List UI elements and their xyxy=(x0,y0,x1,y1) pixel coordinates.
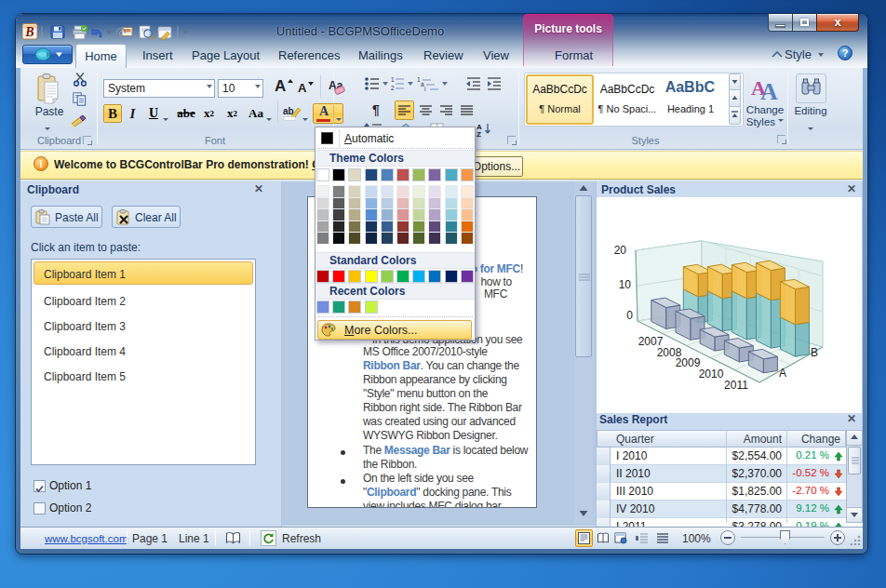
svg-text:2010: 2010 xyxy=(699,368,724,381)
svg-text:A: A xyxy=(779,367,786,380)
svg-text:B: B xyxy=(24,25,34,39)
svg-text:A: A xyxy=(760,78,778,101)
svg-text:i: i xyxy=(424,86,425,92)
svg-text:B: B xyxy=(811,346,818,359)
svg-text:Z: Z xyxy=(477,130,481,138)
svg-text:10: 10 xyxy=(619,278,632,291)
svg-text:2011: 2011 xyxy=(724,379,748,392)
svg-text:0: 0 xyxy=(626,309,633,322)
svg-text:2: 2 xyxy=(391,85,395,91)
svg-text:ab: ab xyxy=(283,106,294,116)
svg-text:2009: 2009 xyxy=(676,356,701,369)
svg-text:1: 1 xyxy=(391,76,395,83)
svg-text:20: 20 xyxy=(614,244,627,257)
